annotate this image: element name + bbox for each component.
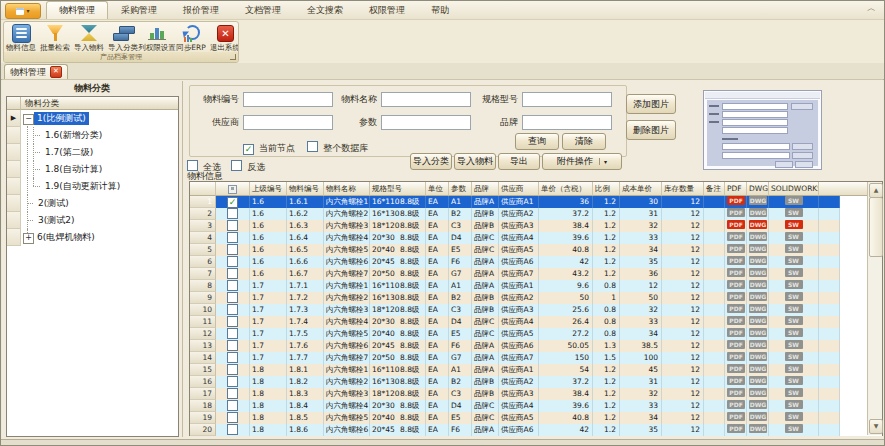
row-checkbox[interactable]	[216, 400, 250, 412]
sw-chip[interactable]: SW	[785, 328, 803, 337]
pdf-chip[interactable]: PDF	[727, 412, 745, 421]
dwg-chip[interactable]: DWG	[749, 412, 767, 421]
dwg-chip[interactable]: DWG	[749, 364, 767, 373]
row-checkbox[interactable]	[216, 388, 250, 400]
dwg-chip[interactable]: DWG	[749, 292, 767, 301]
document-tab[interactable]: 物料管理 ✕	[4, 64, 68, 79]
row-checkbox[interactable]	[216, 280, 250, 292]
pdf-chip[interactable]: PDF	[727, 304, 745, 313]
pdf-chip[interactable]: PDF	[727, 196, 745, 205]
sw-chip[interactable]: SW	[785, 232, 803, 241]
sw-chip[interactable]: SW	[785, 376, 803, 385]
table-row[interactable]: 151.81.8.1内六角螺栓116*1108.8级EAA1品牌A供应商A154…	[190, 364, 882, 376]
ribbon-button[interactable]: 导入分类	[106, 23, 140, 53]
column-header-sw[interactable]: SOLIDWORKS	[769, 182, 819, 196]
brand-input[interactable]	[522, 115, 612, 130]
row-checkbox[interactable]	[216, 256, 250, 268]
current-node-checkbox[interactable]: ✓ 当前节点	[243, 136, 295, 155]
pdf-chip[interactable]: PDF	[727, 280, 745, 289]
table-row[interactable]: 101.71.7.3内六角螺栓318*1208.8级EAC3品牌B供应商A325…	[190, 304, 882, 316]
sw-chip[interactable]: SW	[785, 196, 803, 205]
pdf-chip[interactable]: PDF	[727, 208, 745, 217]
column-header-note[interactable]: 备注	[704, 182, 725, 196]
chevron-down-icon[interactable]: ▾	[599, 158, 607, 165]
table-row[interactable]: 51.61.6.5内六角螺栓520*408.8级EAE5品牌C供应商A540.8…	[190, 244, 882, 256]
dwg-chip[interactable]: DWG	[749, 328, 767, 337]
dwg-chip[interactable]: DWG	[749, 232, 767, 241]
sw-chip[interactable]: SW	[785, 400, 803, 409]
ribbon-button[interactable]: 导入物料	[72, 23, 106, 53]
dwg-chip[interactable]: DWG	[749, 208, 767, 217]
sw-chip[interactable]: SW	[785, 352, 803, 361]
row-checkbox[interactable]	[216, 424, 250, 436]
row-checkbox[interactable]	[216, 316, 250, 328]
delete-image-button[interactable]: 删除图片	[626, 120, 676, 140]
dwg-chip[interactable]: DWG	[749, 304, 767, 313]
clear-button[interactable]: 清除	[562, 133, 606, 150]
pdf-chip[interactable]: PDF	[727, 424, 745, 433]
column-header-brand[interactable]: 品牌	[472, 182, 499, 196]
tree-item[interactable]: 1.6(新增分类)	[7, 127, 178, 144]
menu-tab-1[interactable]: 采购管理	[108, 1, 170, 19]
dwg-chip[interactable]: DWG	[749, 220, 767, 229]
supplier-input[interactable]	[243, 115, 333, 130]
sw-chip[interactable]: SW	[785, 388, 803, 397]
row-checkbox[interactable]	[216, 376, 250, 388]
pdf-chip[interactable]: PDF	[727, 316, 745, 325]
menu-tab-6[interactable]: 帮助	[418, 1, 462, 19]
row-checkbox[interactable]	[216, 328, 250, 340]
pdf-chip[interactable]: PDF	[727, 328, 745, 337]
column-header-num[interactable]	[190, 182, 216, 196]
row-checkbox[interactable]	[216, 340, 250, 352]
column-header-unit[interactable]: 单位	[426, 182, 449, 196]
row-checkbox[interactable]	[216, 292, 250, 304]
sw-chip[interactable]: SW	[785, 220, 803, 229]
column-header-code[interactable]: 物料编号	[287, 182, 324, 196]
tree-item[interactable]: +6(电焊机物料)	[7, 229, 178, 246]
table-row[interactable]: 191.81.8.5内六角螺栓520*408.8级EAE5品牌C供应商A540.…	[190, 412, 882, 424]
table-row[interactable]: 61.61.6.6内六角螺栓620*458.8级EAF6品牌A供应商A6421.…	[190, 256, 882, 268]
dwg-chip[interactable]: DWG	[749, 244, 767, 253]
tree-expander-icon[interactable]: +	[23, 233, 34, 244]
table-row[interactable]: 31.61.6.3内六角螺栓318*1208.8级EAC3品牌B供应商A338.…	[190, 220, 882, 232]
tree-item[interactable]: 2(测试)	[7, 195, 178, 212]
pdf-chip[interactable]: PDF	[727, 256, 745, 265]
close-icon[interactable]: ✕	[50, 66, 62, 78]
app-menu-button[interactable]: ▾	[5, 3, 41, 19]
vertical-scrollbar[interactable]: ▲ ▼	[867, 182, 882, 435]
column-header-chk[interactable]	[216, 182, 250, 196]
row-checkbox[interactable]	[216, 304, 250, 316]
pdf-chip[interactable]: PDF	[727, 352, 745, 361]
import-material-button[interactable]: 导入物料	[454, 153, 496, 170]
pdf-chip[interactable]: PDF	[727, 268, 745, 277]
table-row[interactable]: 161.81.8.2内六角螺栓216*1308.8级EAB2品牌B供应商A237…	[190, 376, 882, 388]
column-header-cost[interactable]: 成本单价	[620, 182, 662, 196]
table-row[interactable]: 21.61.6.2内六角螺栓216*1308.8级EAB2品牌B供应商A237.…	[190, 208, 882, 220]
row-checkbox[interactable]	[216, 268, 250, 280]
ribbon-button[interactable]: 批量检索	[38, 23, 72, 53]
material-code-input[interactable]	[243, 92, 333, 107]
tree-column-header[interactable]: 物料分类	[21, 97, 178, 110]
pdf-chip[interactable]: PDF	[727, 340, 745, 349]
tree-expander-icon[interactable]: −	[23, 114, 34, 125]
dwg-chip[interactable]: DWG	[749, 280, 767, 289]
pdf-chip[interactable]: PDF	[727, 400, 745, 409]
dialog-launcher-icon[interactable]	[230, 54, 236, 60]
menu-tab-2[interactable]: 报价管理	[170, 1, 232, 19]
sw-chip[interactable]: SW	[785, 244, 803, 253]
sw-chip[interactable]: SW	[785, 208, 803, 217]
menu-tab-4[interactable]: 全文搜索	[294, 1, 356, 19]
dwg-chip[interactable]: DWG	[749, 424, 767, 433]
collapse-ribbon-icon[interactable]: ︿	[867, 4, 876, 13]
row-checkbox[interactable]	[216, 208, 250, 220]
table-row[interactable]: 171.81.8.3内六角螺栓318*1208.8级EAC3品牌B供应商A338…	[190, 388, 882, 400]
tree-item[interactable]: ▶−1(比例测试)	[7, 110, 178, 127]
column-header-supplier[interactable]: 供应商	[499, 182, 539, 196]
spec-model-input[interactable]	[522, 92, 612, 107]
table-row[interactable]: 91.71.7.2内六角螺栓216*1308.8级EAB2品牌B供应商A2501…	[190, 292, 882, 304]
scroll-up-icon[interactable]: ▲	[869, 183, 883, 198]
ribbon-button[interactable]: 物料信息	[4, 23, 38, 53]
ribbon-button[interactable]: 列权限设置	[140, 23, 174, 53]
sw-chip[interactable]: SW	[785, 256, 803, 265]
tree-item[interactable]: 3(测试2)	[7, 212, 178, 229]
